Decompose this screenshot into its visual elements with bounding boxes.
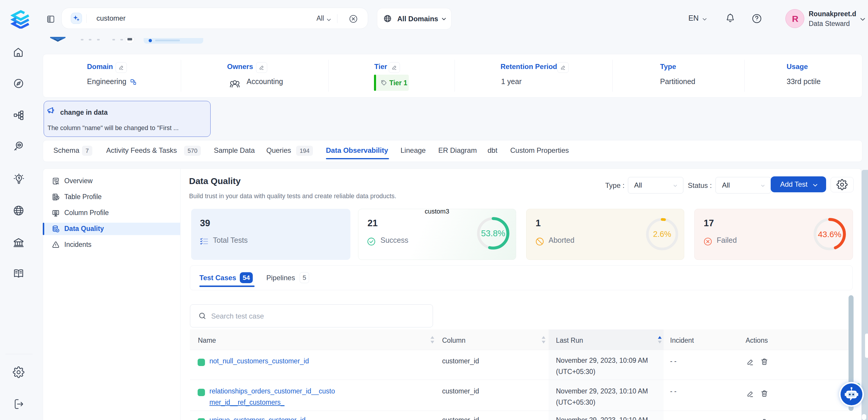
svg-text:43.6%: 43.6% xyxy=(818,230,841,239)
svg-text:2.6%: 2.6% xyxy=(653,230,671,239)
svg-text:53.8%: 53.8% xyxy=(481,229,505,238)
